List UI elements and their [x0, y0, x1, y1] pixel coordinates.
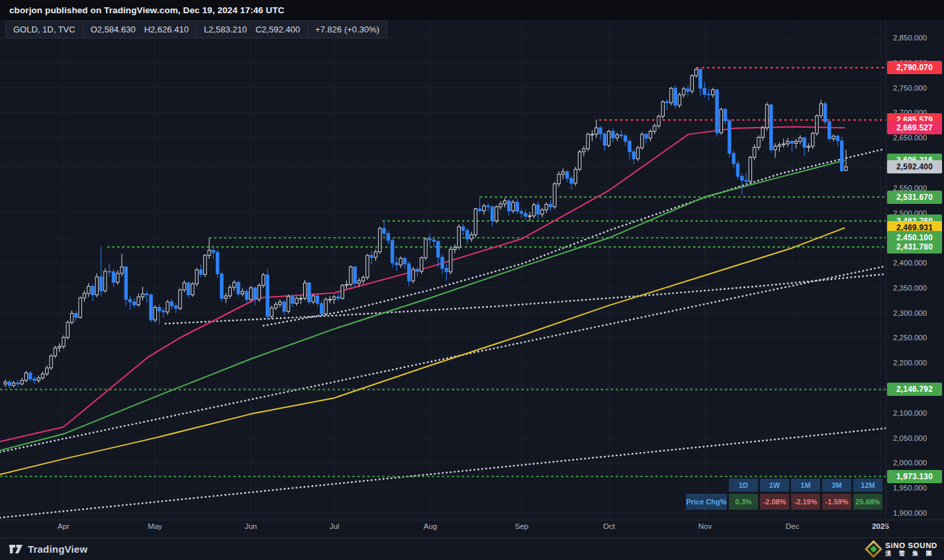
candle-body — [220, 274, 223, 299]
candle-body — [245, 291, 248, 299]
candle-body — [295, 299, 298, 304]
candle-body — [328, 299, 331, 300]
candle-body — [117, 273, 119, 283]
candle-body — [628, 141, 631, 152]
low-value: L2,583.210 — [204, 24, 247, 34]
candle-body — [308, 283, 310, 302]
perf-period-1w[interactable]: 1W — [760, 479, 789, 492]
candle-body — [520, 211, 522, 213]
candle-body — [383, 228, 385, 234]
candle-body — [75, 313, 77, 317]
candle-body — [270, 308, 273, 316]
candle-body — [528, 216, 531, 216]
candle-body — [545, 205, 547, 210]
candle-body — [158, 307, 160, 310]
candle-body — [241, 291, 244, 294]
candle-body — [603, 134, 606, 145]
candle-body — [690, 75, 693, 91]
candle-body — [366, 256, 369, 277]
price-axis[interactable] — [886, 20, 944, 520]
candle-body — [183, 283, 185, 290]
candle-body — [782, 144, 784, 145]
candle-body — [503, 201, 506, 204]
perf-period-1d[interactable]: 1D — [729, 479, 758, 492]
candle-body — [162, 311, 165, 312]
candle-body — [399, 258, 402, 265]
candle-body — [208, 250, 211, 256]
candle-body — [416, 269, 418, 271]
candle-body — [133, 302, 136, 305]
candle-body — [212, 250, 214, 252]
candle-body — [33, 379, 36, 380]
perf-values-row: Price Chg%0.3%-2.08%-2.19%-1.59%25.68% — [686, 494, 882, 510]
perf-value-1m: -2.19% — [791, 494, 820, 510]
legend-symbol-seg[interactable]: GOLD, 1D, TVC — [6, 21, 83, 38]
candle-body — [499, 204, 502, 207]
perf-period-1m[interactable]: 1M — [791, 479, 820, 492]
candle-body — [357, 281, 360, 283]
candle-body — [154, 307, 156, 320]
candle-body — [599, 128, 602, 134]
candle-body — [29, 373, 32, 379]
candle-body — [508, 201, 510, 210]
candle-body — [337, 297, 340, 298]
candle-body — [374, 252, 377, 257]
candle-body — [91, 287, 94, 295]
candle-body — [254, 288, 256, 299]
candle-body — [487, 206, 489, 207]
perf-period-3m[interactable]: 3M — [822, 479, 851, 492]
candle-body — [258, 285, 260, 299]
candle-body — [636, 148, 639, 159]
candle-body — [237, 283, 240, 294]
sino-sound-logo: SiNO SOUND 漢 聲 集 團 — [867, 541, 944, 557]
candle-body — [146, 294, 148, 295]
candle-body — [445, 268, 448, 271]
candle-body — [641, 134, 643, 148]
candle-body — [699, 70, 702, 89]
candle-body — [108, 271, 111, 272]
candle-body — [745, 180, 747, 181]
perf-value-1w: -2.08% — [760, 494, 789, 510]
candle-body — [124, 267, 127, 299]
candle-body — [195, 270, 198, 284]
candle-body — [483, 206, 485, 211]
candle-body — [395, 263, 398, 265]
candle-body — [694, 70, 697, 76]
candle-body — [316, 296, 318, 303]
candle-body — [632, 152, 635, 159]
symbol-legend[interactable]: GOLD, 1D, TVC O2,584.630 H2,626.410 L2,5… — [5, 21, 387, 38]
candle-body — [233, 283, 236, 288]
candle-body — [216, 252, 218, 273]
candle-body — [624, 136, 627, 141]
legend-low-close-seg: L2,583.210 C2,592.400 — [197, 21, 308, 38]
time-axis[interactable] — [0, 520, 886, 537]
candle-body — [570, 178, 573, 183]
candle-body — [728, 120, 731, 153]
candle-body — [720, 109, 722, 133]
candle-body — [541, 210, 543, 214]
candle-body — [361, 277, 364, 281]
sino-sound-diamond-icon — [865, 540, 882, 558]
tradingview-logo-text: TradingView — [28, 543, 87, 555]
candle-body — [774, 146, 777, 150]
candle-body — [807, 146, 810, 148]
candle-body — [566, 172, 569, 179]
candle-body — [645, 134, 647, 138]
candle-body — [199, 270, 202, 275]
candle-body — [191, 284, 194, 295]
candle-body — [770, 105, 773, 150]
candle-body — [449, 250, 452, 272]
candle-body — [794, 141, 797, 143]
candle-body — [137, 297, 140, 304]
perf-period-12m[interactable]: 12M — [853, 479, 882, 492]
candle-body — [412, 269, 414, 281]
candle-body — [778, 145, 780, 146]
candle-body — [803, 138, 806, 147]
candle-body — [553, 184, 556, 207]
candle-body — [387, 234, 389, 241]
candle-body — [354, 267, 356, 283]
tradingview-logo[interactable]: TradingView — [0, 543, 87, 555]
candle-body — [670, 88, 673, 103]
price-chart[interactable]: 2,850.0002,800.0002,750.0002,700.0002,65… — [0, 0, 944, 537]
candle-body — [840, 141, 843, 171]
